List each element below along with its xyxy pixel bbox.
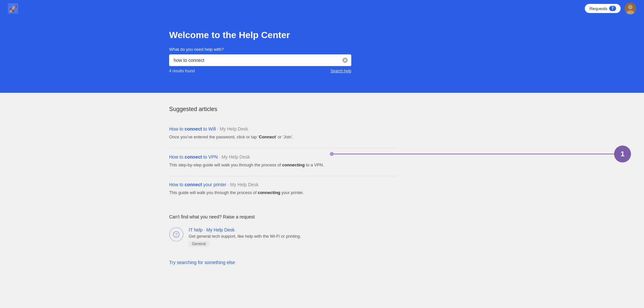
article-2-title[interactable]: How to connect to VPN · My Help Desk: [169, 154, 397, 161]
cant-find-section: Can't find what you need? Raise a reques…: [169, 214, 397, 265]
request-tag: General: [189, 241, 209, 247]
article-3-title[interactable]: How to connect your printer · My Help De…: [169, 181, 397, 188]
svg-text:🚀: 🚀: [9, 5, 17, 13]
request-title[interactable]: IT help · My Help Desk: [189, 227, 397, 232]
clear-search-button[interactable]: [342, 57, 348, 63]
search-label: What do you need help with?: [169, 47, 224, 52]
request-info: IT help · My Help Desk Get general tech …: [189, 227, 397, 247]
requests-button[interactable]: Requests 7: [585, 4, 621, 13]
results-count: 4 results found: [169, 69, 195, 73]
svg-text:?: ?: [175, 232, 177, 237]
search-meta-row: 4 results found Search help: [169, 69, 351, 73]
article-1-highlight: connect: [184, 126, 202, 132]
article-item: How to connect to Wifi · My Help Desk On…: [169, 120, 397, 148]
suggested-articles-title: Suggested articles: [169, 106, 644, 113]
try-searching-link[interactable]: Try searching for something else: [169, 260, 397, 265]
cant-find-title: Can't find what you need? Raise a reques…: [169, 214, 397, 219]
request-icon-wrap: ?: [169, 227, 183, 242]
article-2-prefix: How to: [169, 154, 184, 160]
article-2-source: · My Help Desk: [218, 154, 250, 160]
search-help-link[interactable]: Search help: [330, 69, 351, 73]
article-2-desc: This step-by-step guide will walk you th…: [169, 162, 397, 168]
requests-label: Requests: [589, 6, 607, 11]
article-3-highlight: connect: [184, 182, 202, 187]
article-3-prefix: How to: [169, 182, 184, 187]
logo-area: 🚀: [8, 3, 18, 14]
requests-badge: 7: [609, 6, 616, 11]
search-input-wrapper: [169, 54, 351, 66]
article-item: How to connect your printer · My Help De…: [169, 176, 397, 204]
main-content: Suggested articles How to connect to Wif…: [0, 93, 644, 288]
logo-icon: 🚀: [8, 3, 18, 14]
article-1-desc: Once you've entered the password, click …: [169, 134, 397, 140]
request-desc: Get general tech support, like help with…: [189, 234, 397, 239]
svg-point-3: [628, 5, 633, 9]
article-3-source: · My Help Desk: [226, 182, 259, 187]
article-1-suffix: to Wifi: [202, 126, 216, 132]
hero-title: Welcome to the Help Center: [169, 30, 290, 40]
article-1-source: · My Help Desk: [216, 126, 248, 132]
avatar[interactable]: [624, 3, 636, 14]
it-help-icon: ?: [172, 231, 180, 238]
article-1-title[interactable]: How to connect to Wifi · My Help Desk: [169, 126, 397, 133]
article-1-prefix: How to: [169, 126, 184, 132]
article-item: How to connect to VPN · My Help Desk Thi…: [169, 148, 397, 176]
request-card: ? IT help · My Help Desk Get general tec…: [169, 225, 397, 249]
article-2-highlight: connect: [184, 154, 202, 160]
article-3-suffix: your printer: [202, 182, 226, 187]
search-input[interactable]: [169, 54, 351, 66]
search-row: [169, 54, 351, 66]
article-2-suffix: to VPN: [202, 154, 218, 160]
nav-right: Requests 7: [585, 3, 636, 14]
article-list: How to connect to Wifi · My Help Desk On…: [169, 120, 644, 204]
article-3-desc: This guide will walk you through the pro…: [169, 189, 397, 196]
hero-section: Welcome to the Help Center What do you n…: [0, 17, 644, 93]
clear-icon: [342, 57, 348, 63]
top-navigation: 🚀 Requests 7: [0, 0, 644, 17]
